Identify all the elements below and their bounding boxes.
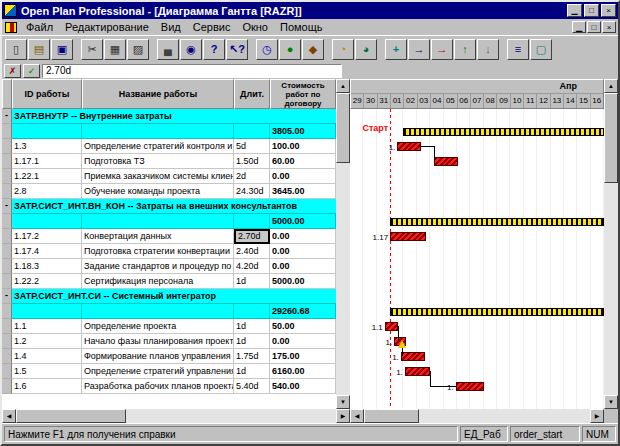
cancel-edit-button[interactable]: ✗ — [4, 64, 21, 78]
cell-id[interactable]: 1.6 — [12, 379, 82, 394]
cell-id[interactable]: 1.22.1 — [12, 169, 82, 184]
gantt-bar-task[interactable] — [390, 232, 426, 241]
cell-duration[interactable] — [234, 124, 270, 139]
cell-duration[interactable]: 1.50d — [234, 154, 270, 169]
cell-name[interactable] — [82, 124, 234, 139]
cell-cost[interactable]: 60.00 — [270, 154, 336, 169]
print-button[interactable]: ▄ — [157, 39, 179, 60]
table-row[interactable]: 1.17.1Подготовка ТЗ1.50d60.00 — [2, 154, 336, 169]
group-row[interactable]: -ЗАТР.СИСТ_ИНТ.СИ -- Системный интеграто… — [2, 289, 336, 304]
table-row[interactable]: 1.22.1Приемка заказчиком системы клиент2… — [2, 169, 336, 184]
baseline-button[interactable]: ◆ — [302, 39, 324, 60]
cell-id[interactable] — [12, 124, 82, 139]
scroll-thumb[interactable] — [16, 409, 126, 423]
cell-cost[interactable]: 0.00 — [270, 244, 336, 259]
cell-cost[interactable]: 0.00 — [270, 169, 336, 184]
cell-duration[interactable]: 2d — [234, 169, 270, 184]
scroll-down-arrow[interactable]: ▼ — [336, 395, 350, 409]
gantt-bar-task[interactable] — [401, 352, 425, 361]
cell-duration[interactable]: 4.20d — [234, 259, 270, 274]
view-screen-button[interactable]: ▢ — [530, 39, 552, 60]
cell-duration[interactable]: 1d — [234, 274, 270, 289]
collapse-marker[interactable]: - — [2, 109, 12, 124]
cell-id[interactable]: 2.8 — [12, 184, 82, 199]
scroll-up-arrow[interactable]: ▲ — [604, 79, 618, 93]
scroll-down-arrow[interactable]: ▼ — [604, 395, 618, 409]
cell-edit-input[interactable] — [42, 64, 342, 78]
cell-name[interactable]: Подготовка стратегии конвертации — [82, 244, 234, 259]
cell-cost[interactable]: 5000.00 — [270, 214, 336, 229]
cell-name[interactable]: Сертификация персонала — [82, 274, 234, 289]
group-row[interactable]: -ЗАТР.СИСТ_ИНТ.ВН_КОН -- Затраты на внеш… — [2, 199, 336, 214]
selected-cell[interactable]: 2.70d — [234, 229, 270, 244]
table-row[interactable]: 3805.00 — [2, 124, 336, 139]
cell-name[interactable]: Задание стандартов и процедур по д — [82, 259, 234, 274]
gantt-bar-summary[interactable] — [403, 128, 604, 136]
column-header-id[interactable]: ID работы — [12, 79, 82, 109]
cell-duration[interactable]: 2.40d — [234, 244, 270, 259]
cell-duration[interactable]: 1.75d — [234, 349, 270, 364]
table-row[interactable]: 1.17.2Конвертация данных2.70d0.00 — [2, 229, 336, 244]
preview-button[interactable]: ◉ — [180, 39, 202, 60]
cell-cost[interactable]: 3805.00 — [270, 124, 336, 139]
gantt-bar-task[interactable] — [434, 157, 458, 166]
cell-cost[interactable]: 29260.68 — [270, 304, 336, 319]
gantt-bar-summary[interactable] — [390, 308, 604, 316]
cell-id[interactable]: 1.4 — [12, 349, 82, 364]
table-row[interactable]: 1.18.3Задание стандартов и процедур по д… — [2, 259, 336, 274]
scroll-track[interactable] — [336, 93, 350, 395]
collapse-marker[interactable]: - — [2, 289, 12, 304]
cell-duration[interactable]: 1d — [234, 319, 270, 334]
cell-name[interactable]: Начало фазы планирования проекта — [82, 334, 234, 349]
cell-cost[interactable]: 0.00 — [270, 229, 336, 244]
cell-id[interactable] — [12, 304, 82, 319]
cell-duration[interactable] — [234, 304, 270, 319]
scroll-track[interactable] — [16, 409, 336, 423]
confirm-edit-button[interactable]: ✓ — [23, 64, 40, 78]
cell-duration[interactable]: 5.40d — [234, 379, 270, 394]
app-icon[interactable] — [4, 4, 17, 17]
help-button[interactable]: ? — [203, 39, 225, 60]
cell-cost[interactable]: 3645.00 — [270, 184, 336, 199]
cell-id[interactable]: 1.2 — [12, 334, 82, 349]
add-button[interactable]: + — [385, 39, 407, 60]
cell-duration[interactable]: 5d — [234, 139, 270, 154]
cell-name[interactable]: Подготовка ТЗ — [82, 154, 234, 169]
table-row[interactable]: 2.8Обучение команды проекта24.30d3645.00 — [2, 184, 336, 199]
time-now-button[interactable]: ◷ — [256, 39, 278, 60]
group-row[interactable]: -ЗАТР.ВНУТР -- Внутренние затраты — [2, 109, 336, 124]
menu-item-edit[interactable]: Редактирование — [59, 19, 155, 35]
cell-cost[interactable]: 0.00 — [270, 259, 336, 274]
menu-item-tools[interactable]: Сервис — [187, 19, 237, 35]
cell-id[interactable]: 1.3 — [12, 139, 82, 154]
cell-cost[interactable]: 540.00 — [270, 379, 336, 394]
menu-item-help[interactable]: Помощь — [274, 19, 329, 35]
scroll-track[interactable] — [364, 409, 590, 423]
column-header-cost[interactable]: Стоимость работ по договору — [270, 79, 336, 109]
cell-name[interactable]: Обучение команды проекта — [82, 184, 234, 199]
cell-name[interactable]: Определение проекта — [82, 319, 234, 334]
clock-green-button[interactable]: ◕ — [355, 39, 377, 60]
column-header-name[interactable]: Название работы — [82, 79, 234, 109]
scroll-thumb[interactable] — [336, 93, 350, 163]
table-row[interactable]: 1.22.2Сертификация персонала1d5000.00 — [2, 274, 336, 289]
cell-duration[interactable]: 24.30d — [234, 184, 270, 199]
scroll-left-arrow[interactable]: ◀ — [2, 409, 16, 423]
cut-button[interactable]: ✂ — [81, 39, 103, 60]
table-row[interactable]: 29260.68 — [2, 304, 336, 319]
context-help-button[interactable]: ↖? — [226, 39, 248, 60]
menu-item-view[interactable]: Вид — [155, 19, 187, 35]
cell-name[interactable]: Приемка заказчиком системы клиент — [82, 169, 234, 184]
cell-id[interactable]: 1.18.3 — [12, 259, 82, 274]
scroll-right-arrow[interactable]: ▶ — [590, 409, 604, 423]
cell-cost[interactable]: 175.00 — [270, 349, 336, 364]
cell-name[interactable]: Конвертация данных — [82, 229, 234, 244]
scroll-track[interactable] — [604, 93, 618, 395]
cell-cost[interactable]: 0.00 — [270, 334, 336, 349]
mdi-restore-button[interactable]: □ — [587, 21, 601, 33]
view-table-button[interactable]: ≡ — [507, 39, 529, 60]
cell-name[interactable] — [82, 304, 234, 319]
scroll-up-arrow[interactable]: ▲ — [336, 79, 350, 93]
cell-cost[interactable]: 6160.00 — [270, 364, 336, 379]
gantt-bar-task[interactable] — [456, 382, 484, 391]
